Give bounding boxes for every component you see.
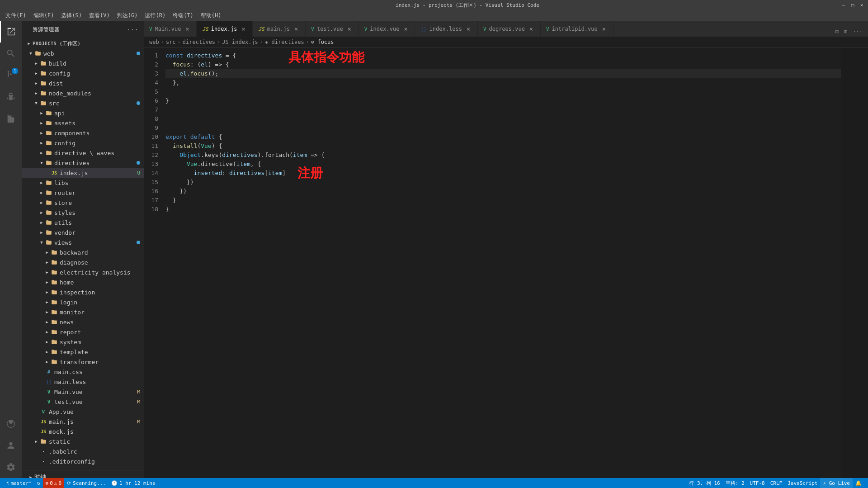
tree-item-transformer[interactable]: transformer: [22, 357, 144, 367]
menu-item-6[interactable]: 终端(T): [169, 11, 197, 20]
tree-item-vendor[interactable]: vendor: [22, 227, 144, 237]
tab-indexjs[interactable]: JSindex.js×: [197, 21, 253, 37]
tree-item-libs[interactable]: libs: [22, 178, 144, 188]
tree-item-news[interactable]: news: [22, 317, 144, 327]
minimize-button[interactable]: ─: [841, 2, 846, 8]
tab-close-intralipid[interactable]: ×: [600, 25, 608, 33]
more-actions-button[interactable]: ···: [851, 27, 864, 37]
split-editor-button[interactable]: ⊟: [834, 27, 840, 37]
tree-item-directives_main[interactable]: directives: [22, 158, 144, 168]
status-branch[interactable]: ⌥ master*: [4, 478, 34, 488]
tree-item-src[interactable]: src: [22, 98, 144, 108]
tree-item-report[interactable]: report: [22, 327, 144, 337]
close-button[interactable]: ×: [859, 2, 864, 8]
panel-shijian[interactable]: 时钟: [22, 472, 144, 478]
tab-indexvue[interactable]: Vindex.vue×: [359, 21, 415, 37]
breadcrumb-item-2[interactable]: directives: [183, 39, 215, 45]
tree-item-electricity[interactable]: electricity-analysis: [22, 267, 144, 277]
tree-item-config2[interactable]: config: [22, 138, 144, 148]
sidebar-more-button[interactable]: ···: [127, 26, 138, 33]
tab-testvue[interactable]: Vtest.vue×: [306, 21, 359, 37]
tree-item-web[interactable]: web: [22, 48, 144, 58]
tree-item-views[interactable]: views: [22, 237, 144, 247]
activity-debug[interactable]: [0, 86, 22, 108]
tab-intralipid[interactable]: Vintralipid.vue×: [541, 21, 613, 37]
tree-item-login[interactable]: login: [22, 297, 144, 307]
tab-mainjs[interactable]: JSmain.js×: [253, 21, 306, 37]
activity-git[interactable]: 1: [0, 64, 22, 86]
tree-item-styles[interactable]: styles: [22, 208, 144, 218]
status-notifications[interactable]: 🔔: [853, 478, 864, 488]
menu-item-2[interactable]: 选择(S): [57, 11, 85, 20]
tree-item-babelrc[interactable]: ·.babelrc: [22, 446, 144, 456]
status-eol[interactable]: CRLF: [768, 478, 785, 488]
status-sync[interactable]: ↻: [34, 478, 43, 488]
status-golive[interactable]: ⚡ Go Live: [820, 478, 853, 488]
tree-item-static[interactable]: static: [22, 436, 144, 446]
menu-item-3[interactable]: 查看(V): [85, 11, 113, 20]
project-header[interactable]: PROJECTS (工作区): [22, 38, 144, 48]
tab-close-indexjs[interactable]: ×: [240, 25, 247, 33]
breadcrumb-item-4[interactable]: ◈ directives: [265, 39, 304, 45]
tree-item-main_css[interactable]: #main.css: [22, 367, 144, 377]
tree-item-main_js[interactable]: JSmain.jsM: [22, 417, 144, 426]
tree-item-api[interactable]: api: [22, 108, 144, 118]
maximize-button[interactable]: □: [850, 2, 855, 8]
status-position[interactable]: 行 3, 列 16: [686, 478, 722, 488]
menu-item-7[interactable]: 帮助(H): [197, 11, 225, 20]
tree-item-build[interactable]: build: [22, 58, 144, 68]
tree-item-store[interactable]: store: [22, 198, 144, 208]
tab-mainvue[interactable]: VMain.vue×: [144, 21, 197, 37]
tree-item-main_vue[interactable]: VMain.vueM: [22, 387, 144, 397]
tab-close-degreesvue[interactable]: ×: [528, 25, 535, 33]
tree-item-system[interactable]: system: [22, 337, 144, 347]
tree-item-inspection[interactable]: inspection: [22, 287, 144, 297]
tree-item-index_js[interactable]: JSindex.jsU: [22, 168, 144, 178]
activity-account[interactable]: [0, 435, 22, 456]
window-controls[interactable]: ─ □ ×: [841, 2, 864, 8]
activity-explorer[interactable]: [0, 21, 22, 43]
tab-close-testvue[interactable]: ×: [346, 25, 353, 33]
tab-close-mainjs[interactable]: ×: [292, 25, 300, 33]
tree-item-main_less[interactable]: {}main.less: [22, 377, 144, 387]
tree-item-dist[interactable]: dist: [22, 78, 144, 88]
status-encoding[interactable]: UTF-8: [747, 478, 768, 488]
activity-search[interactable]: [0, 43, 22, 64]
tree-item-template[interactable]: template: [22, 347, 144, 357]
tab-indexless[interactable]: {}index.less×: [415, 21, 478, 37]
tree-item-config[interactable]: config: [22, 68, 144, 78]
tab-close-mainvue[interactable]: ×: [184, 25, 191, 33]
activity-extensions[interactable]: [0, 108, 22, 129]
breadcrumb-item-0[interactable]: web: [149, 39, 159, 45]
menu-item-1[interactable]: 编辑(E): [30, 11, 58, 20]
status-errors[interactable]: ⊗ 0 ⚠ 0: [43, 478, 65, 488]
breadcrumb-item-5[interactable]: ⊙ focus: [311, 39, 334, 45]
status-spaces[interactable]: 空格: 2: [723, 478, 747, 488]
menu-item-4[interactable]: 到达(G): [113, 11, 142, 20]
tree-item-editorconfig[interactable]: ·.editorconfig: [22, 456, 144, 466]
tree-item-node_modules[interactable]: node_modules: [22, 88, 144, 98]
toggle-panel-button[interactable]: ⊞: [842, 27, 849, 37]
status-language[interactable]: JavaScript: [785, 478, 820, 488]
code-lines[interactable]: const directives = { focus: (el) => { el…: [162, 47, 841, 478]
tree-item-backward[interactable]: backward: [22, 247, 144, 257]
status-scanning[interactable]: ⟳ Scanning...: [64, 478, 108, 488]
activity-settings[interactable]: [0, 456, 22, 478]
tree-item-components[interactable]: components: [22, 128, 144, 138]
tree-item-test_vue[interactable]: Vtest.vueM: [22, 397, 144, 407]
menu-item-0[interactable]: 文件(F): [2, 11, 30, 20]
tree-item-utils[interactable]: utils: [22, 218, 144, 227]
tree-item-mock_js[interactable]: JSmock.js: [22, 426, 144, 436]
breadcrumb-item-3[interactable]: JS index.js: [222, 39, 258, 45]
tree-item-assets[interactable]: assets: [22, 118, 144, 128]
tree-item-directives[interactable]: directive \ waves: [22, 148, 144, 158]
status-duration[interactable]: 🕐 1 hr 12 mins: [108, 478, 158, 488]
tree-item-router[interactable]: router: [22, 188, 144, 198]
tree-item-home[interactable]: home: [22, 277, 144, 287]
tree-item-app_vue[interactable]: VApp.vue: [22, 407, 144, 417]
tree-item-diagnose[interactable]: diagnose: [22, 257, 144, 267]
menu-item-5[interactable]: 运行(R): [141, 11, 169, 20]
tab-close-indexvue[interactable]: ×: [402, 25, 409, 33]
breadcrumb-item-1[interactable]: src: [166, 39, 176, 45]
code-editor[interactable]: 12345 678910 1112131415 161718 const dir…: [144, 47, 868, 478]
